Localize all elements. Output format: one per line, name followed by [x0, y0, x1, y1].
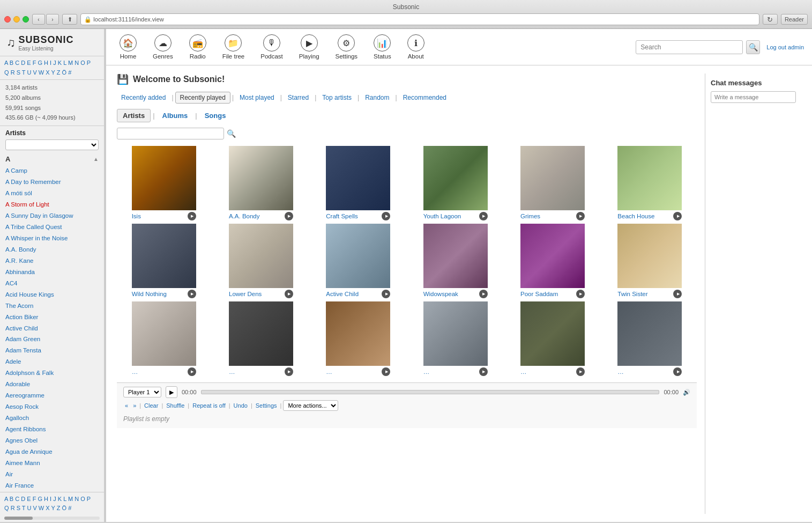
artist-link[interactable]: Agent Ribbons [3, 424, 101, 435]
search-input[interactable] [636, 40, 743, 54]
filter-most-played[interactable]: Most played [235, 92, 279, 103]
logout-button[interactable]: Log out admin [766, 44, 804, 50]
nav-item-status[interactable]: 📊 Status [368, 33, 397, 61]
artist-name-widow[interactable]: Widowspeak [423, 291, 478, 297]
tab-artists[interactable]: Artists [117, 109, 151, 122]
play-poor[interactable] [576, 290, 585, 298]
forward-button[interactable]: › [46, 14, 59, 25]
player-clear-button[interactable]: Clear [143, 402, 160, 409]
artist-name-r3a[interactable]: … [132, 369, 186, 375]
artist-name-poor[interactable]: Poor Saddam [520, 291, 575, 297]
artist-link[interactable]: Aesop Rock [3, 401, 101, 412]
artist-link[interactable]: Abhinanda [3, 267, 101, 278]
play-wild[interactable] [188, 290, 196, 298]
artist-link[interactable]: Air France [3, 480, 101, 491]
nav-item-podcast[interactable]: 🎙 Podcast [255, 33, 288, 61]
nav-item-radio[interactable]: 📻 Radio [184, 33, 212, 61]
player-next-button[interactable]: » [131, 402, 138, 409]
artist-card-beach[interactable]: Beach House [603, 146, 697, 220]
section-toggle[interactable]: ▲ [93, 156, 99, 162]
play-bondy[interactable] [285, 212, 293, 220]
back-button[interactable]: ‹ [32, 14, 45, 25]
artist-link[interactable]: Action Biker [3, 312, 101, 323]
play-r3d[interactable] [479, 367, 488, 376]
content-search-button[interactable]: 🔍 [227, 129, 236, 138]
play-r3c[interactable] [382, 367, 390, 376]
artist-link[interactable]: Agalloch [3, 412, 101, 424]
artist-name-grimes[interactable]: Grimes [520, 213, 575, 219]
artist-name-wild[interactable]: Wild Nothing [132, 291, 186, 297]
reload-button[interactable]: ↻ [763, 14, 778, 25]
minimize-dot[interactable] [13, 16, 20, 23]
artist-name-r3e[interactable]: … [520, 369, 575, 375]
player-play-button[interactable]: ▶ [166, 386, 177, 398]
player-select[interactable]: Player 1 [123, 387, 161, 397]
artist-card-widow[interactable]: Widowspeak [408, 224, 502, 298]
artist-link[interactable]: The Acorn [3, 300, 101, 312]
search-button[interactable]: 🔍 [746, 40, 760, 54]
artist-link[interactable]: Aimee Mann [3, 458, 101, 469]
artist-link[interactable]: Agua de Annique [3, 446, 101, 458]
artist-link[interactable]: Adele [3, 356, 101, 367]
artist-link[interactable]: A Tribe Called Quest [3, 222, 101, 233]
sidebar-scrollbar[interactable] [4, 517, 100, 520]
filter-top-artists[interactable]: Top artists [318, 92, 356, 103]
artist-name-active[interactable]: Active Child [326, 291, 380, 297]
play-isis[interactable] [188, 212, 196, 220]
artist-name-r3d[interactable]: … [423, 369, 478, 375]
artist-name-r3f[interactable]: … [617, 369, 672, 375]
player-progress-bar[interactable] [201, 390, 660, 394]
play-r3b[interactable] [285, 367, 293, 376]
artist-card-wild[interactable]: Wild Nothing [117, 224, 211, 298]
artist-name-bondy[interactable]: A.A. Bondy [229, 213, 283, 219]
filter-starred[interactable]: Starred [284, 92, 313, 103]
artist-card-craft[interactable]: Craft Spells [311, 146, 405, 220]
player-repeat-button[interactable]: Repeat is off [191, 402, 227, 409]
play-youth[interactable] [479, 212, 488, 220]
more-actions-select[interactable]: More actions... [283, 400, 338, 411]
artist-card-r3d[interactable]: … [408, 301, 502, 376]
artist-link[interactable]: Adam Tensta [3, 345, 101, 356]
nav-item-playing[interactable]: ▶ Playing [294, 33, 325, 61]
artist-link[interactable]: A Whisper in the Noise [3, 233, 101, 244]
artist-card-grimes[interactable]: Grimes [505, 146, 599, 220]
play-r3f[interactable] [673, 367, 682, 376]
artist-link[interactable]: A Day to Remember [3, 176, 101, 188]
artist-link[interactable]: Air [3, 469, 101, 480]
sidebar-scrollbar-thumb[interactable] [4, 517, 33, 520]
artist-card-lower[interactable]: Lower Dens [214, 224, 308, 298]
artist-link[interactable]: A.A. Bondy [3, 244, 101, 255]
player-settings-button[interactable]: Settings [254, 402, 279, 409]
address-bar[interactable]: 🔒 localhost:31116/index.view [80, 13, 759, 25]
filter-random[interactable]: Random [361, 92, 393, 103]
player-prev-button[interactable]: « [123, 402, 130, 409]
player-undo-button[interactable]: Undo [232, 402, 249, 409]
content-search-input[interactable] [117, 128, 224, 139]
tab-albums[interactable]: Albums [157, 109, 193, 122]
play-active[interactable] [382, 290, 390, 298]
artist-link[interactable]: Agnes Obel [3, 435, 101, 446]
artist-card-poor[interactable]: Poor Saddam [505, 224, 599, 298]
artist-card-r3c[interactable]: … [311, 301, 405, 376]
artist-name-lower[interactable]: Lower Dens [229, 291, 283, 297]
close-dot[interactable] [4, 16, 11, 23]
artist-name-craft[interactable]: Craft Spells [326, 213, 380, 219]
artist-card-twin[interactable]: Twin Sister [603, 224, 697, 298]
artist-link[interactable]: Adorable [3, 379, 101, 390]
artist-link[interactable]: Adam Green [3, 334, 101, 345]
artist-name-isis[interactable]: Isis [132, 213, 186, 219]
reader-button[interactable]: Reader [781, 14, 808, 25]
filter-recommended[interactable]: Recommended [399, 92, 451, 103]
artist-link[interactable]: A Storm of Light [3, 199, 101, 210]
play-r3a[interactable] [188, 367, 196, 376]
filter-recently-added[interactable]: Recently added [117, 92, 170, 103]
artist-name-beach[interactable]: Beach House [617, 213, 672, 219]
artist-link[interactable]: Acid House Kings [3, 289, 101, 300]
nav-item-about[interactable]: ℹ About [402, 33, 430, 61]
filter-recently-played[interactable]: Recently played [175, 92, 230, 104]
artist-name-r3c[interactable]: … [326, 369, 380, 375]
nav-item-home[interactable]: 🏠 Home [114, 33, 142, 61]
artist-card-active[interactable]: Active Child [311, 224, 405, 298]
tab-songs[interactable]: Songs [199, 109, 232, 122]
chat-input[interactable] [711, 91, 796, 103]
